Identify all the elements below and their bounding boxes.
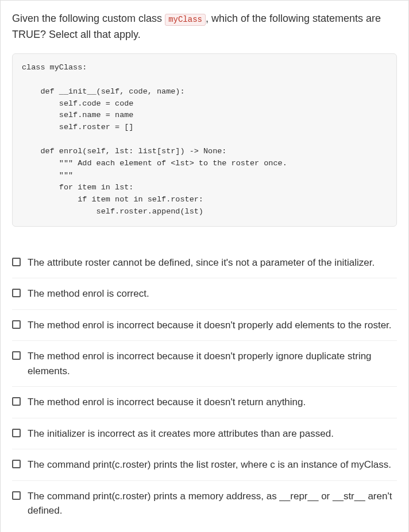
options-list: The attribute roster cannot be defined, … [12, 247, 397, 526]
option-row: The method enrol is incorrect because it… [12, 340, 397, 386]
question-card: Given the following custom class myClass… [0, 0, 409, 532]
option-row: The command print(c.roster) prints a mem… [12, 480, 397, 526]
checkbox[interactable] [12, 397, 21, 406]
option-text: The method enrol is correct. [28, 286, 149, 301]
option-text: The method enrol is incorrect because it… [28, 395, 306, 410]
option-text: The command print(c.roster) prints the l… [28, 457, 391, 472]
checkbox[interactable] [12, 351, 21, 360]
question-pre-text: Given the following custom class [12, 13, 165, 24]
checkbox[interactable] [12, 491, 21, 500]
option-row: The method enrol is correct. [12, 278, 397, 309]
option-row: The attribute roster cannot be defined, … [12, 247, 397, 278]
code-block: class myClass: def __init__(self, code, … [12, 53, 397, 227]
option-row: The command print(c.roster) prints the l… [12, 449, 397, 480]
option-row: The method enrol is incorrect because it… [12, 309, 397, 341]
checkbox[interactable] [12, 429, 21, 437]
checkbox[interactable] [12, 320, 21, 329]
option-text: The command print(c.roster) prints a mem… [28, 489, 397, 518]
checkbox[interactable] [12, 258, 21, 266]
inline-code-token: myClass [165, 14, 206, 26]
checkbox[interactable] [12, 289, 21, 297]
option-row: The method enrol is incorrect because it… [12, 386, 397, 418]
option-row: The initializer is incorrect as it creat… [12, 418, 397, 449]
checkbox[interactable] [12, 460, 21, 468]
option-text: The attribute roster cannot be defined, … [28, 255, 375, 270]
option-text: The method enrol is incorrect because it… [28, 318, 392, 333]
option-text: The initializer is incorrect as it creat… [28, 426, 334, 441]
question-prompt: Given the following custom class myClass… [12, 11, 397, 43]
option-text: The method enrol is incorrect because it… [28, 349, 397, 378]
